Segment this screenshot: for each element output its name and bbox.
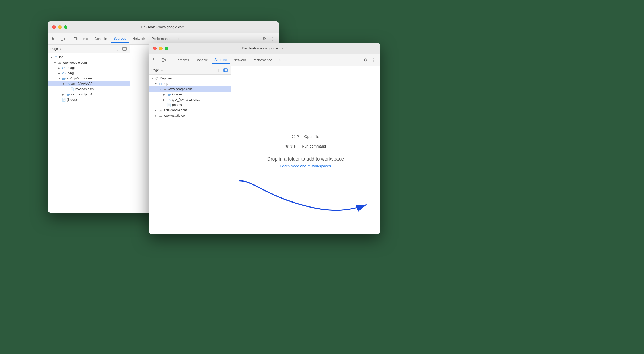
tab-elements-back[interactable]: Elements	[71, 35, 91, 42]
tree-item-top-front[interactable]: ▼ □ top	[149, 81, 231, 86]
toolbar-sep-1-back	[69, 36, 69, 41]
tree-item-google-front[interactable]: ▼ ☁ www.google.com	[149, 86, 231, 92]
toolbar-sep-1-front	[170, 57, 170, 63]
traffic-lights-back	[52, 25, 67, 29]
svg-rect-0	[52, 37, 54, 39]
file-icon-mcdos-back: 📄	[70, 87, 74, 91]
panel-header-front: Page » ⋮	[149, 66, 231, 75]
tree-item-deployed-front[interactable]: ▼ ⬡ Deployed	[149, 76, 231, 81]
tree-item-xjs-back[interactable]: ▼ 🗁 xjs/_/js/k=xjs.s.en...	[48, 76, 130, 81]
title-bar-back: DevTools - www.google.com/	[48, 21, 279, 33]
tree-item-jsbg-back[interactable]: ▶ 🗁 js/bg	[48, 70, 130, 76]
svg-rect-7	[153, 58, 155, 60]
window-title-front: DevTools - www.google.com/	[242, 46, 287, 50]
tab-sources-front[interactable]: Sources	[212, 56, 230, 64]
toolbar-front: Elements Console Sources Network Perform…	[149, 54, 380, 66]
cloud-icon-google-front: ☁	[163, 87, 167, 91]
panel-chevron-back[interactable]: »	[60, 47, 62, 50]
cube-icon-deployed-front: ⬡	[155, 76, 159, 81]
settings-icon-front[interactable]: ⚙	[361, 56, 369, 64]
shortcut-key-1-front: ⌘ P	[292, 134, 299, 139]
panel-more-front[interactable]: ⋮	[215, 68, 221, 73]
tree-item-images-back[interactable]: ▶ 🗁 images	[48, 65, 130, 70]
tab-elements-front[interactable]: Elements	[172, 56, 192, 64]
minimize-button-front[interactable]	[159, 47, 163, 50]
learn-more-link-front[interactable]: Learn more about Workspaces	[280, 164, 331, 168]
devtools-window-front: DevTools - www.google.com/ Elements Cons…	[149, 43, 380, 234]
folder-icon-images-back: 🗁	[62, 66, 66, 70]
panel-sidebar-back[interactable]	[122, 46, 127, 52]
svg-rect-3	[61, 37, 63, 40]
tree-item-gstatic-front[interactable]: ▶ ☁ www.gstatic.com	[149, 113, 231, 118]
folder-icon-am-back: 🗁	[66, 82, 70, 86]
svg-rect-12	[224, 69, 227, 72]
svg-rect-10	[162, 58, 164, 62]
settings-icon-back[interactable]: ⚙	[260, 35, 268, 43]
tab-sources-back[interactable]: Sources	[111, 35, 129, 43]
window-title-back: DevTools - www.google.com/	[141, 25, 186, 29]
tab-performance-back[interactable]: Performance	[149, 35, 174, 42]
panel-title-front: Page	[151, 68, 159, 72]
device-icon-back[interactable]	[59, 35, 66, 43]
tree-item-images-front[interactable]: ▶ 🗁 images	[149, 92, 231, 97]
inspect-icon-back[interactable]	[50, 35, 58, 43]
folder-icon-top-back: □	[54, 55, 58, 59]
tab-network-back[interactable]: Network	[130, 35, 148, 42]
tree-item-ck-back[interactable]: ▶ 🗁 ck=xjs.s.7jyur4...	[48, 92, 130, 97]
tab-performance-front[interactable]: Performance	[250, 56, 275, 64]
maximize-button-back[interactable]	[64, 25, 67, 29]
device-icon-front[interactable]	[160, 56, 167, 64]
tree-item-xjs-front[interactable]: ▶ 🗁 xjs/_/js/k=xjs.s.en...	[149, 97, 231, 102]
more-icon-back[interactable]: ⋮	[269, 35, 276, 43]
panel-title-back: Page	[50, 47, 58, 51]
shortcut-key-2-front: ⌘ ⇧ P	[285, 144, 296, 148]
folder-icon-images-front: 🗁	[167, 92, 171, 96]
inspect-icon-front[interactable]	[151, 56, 159, 64]
tree-item-mcdos-back[interactable]: 📄 m=cdos,hsm...	[48, 86, 130, 92]
folder-icon-top-front: □	[158, 82, 163, 86]
right-panel-front: ⌘ P Open file ⌘ ⇧ P Run command Drop in …	[231, 66, 380, 234]
cloud-icon-apis-front: ☁	[158, 108, 163, 112]
tree-item-index-front[interactable]: 📄 (index)	[149, 102, 231, 108]
shortcut-row-1-front: ⌘ P Open file	[292, 134, 319, 139]
folder-icon-ck-back: 🗁	[66, 92, 70, 96]
tree-item-apis-front[interactable]: ▶ ☁ apis.google.com	[149, 108, 231, 113]
folder-icon-jsbg-back: 🗁	[62, 71, 66, 75]
more-icon-front[interactable]: ⋮	[370, 56, 377, 64]
maximize-button-front[interactable]	[165, 47, 168, 50]
cloud-icon-gstatic-front: ☁	[158, 113, 163, 118]
svg-rect-11	[164, 59, 165, 61]
shortcut-label-1-front: Open file	[304, 134, 319, 139]
panel-sidebar-front[interactable]	[223, 68, 228, 73]
close-button-front[interactable]	[153, 47, 157, 50]
tree-item-index-back[interactable]: 📄 (index)	[48, 97, 130, 102]
file-icon-index-back: 📄	[62, 98, 66, 102]
tree-item-top-back[interactable]: ▼ □ top	[48, 54, 130, 60]
tree-item-am-back[interactable]: ▼ 🗁 am=CAAAAAA...	[48, 81, 130, 86]
tab-more-front[interactable]: »	[276, 56, 283, 64]
editor-area-front: ⌘ P Open file ⌘ ⇧ P Run command Drop in …	[231, 66, 380, 234]
minimize-button-back[interactable]	[58, 25, 62, 29]
file-tree-back: ▼ □ top ▼ ☁ www.google.com ▶ 🗁 images	[48, 53, 130, 213]
panel-more-back[interactable]: ⋮	[115, 46, 120, 52]
main-content-front: Page » ⋮ ▼ ⬡ Deployed	[149, 66, 380, 234]
svg-rect-4	[63, 38, 64, 40]
left-panel-back: Page » ⋮ ▼ □ top ▼	[48, 45, 130, 213]
folder-icon-xjs-back: 🗁	[62, 76, 66, 81]
traffic-lights-front	[153, 47, 168, 50]
tab-console-front[interactable]: Console	[193, 56, 211, 64]
shortcut-row-2-front: ⌘ ⇧ P Run command	[285, 144, 326, 148]
panel-chevron-front[interactable]: »	[161, 69, 163, 72]
tree-item-google-back[interactable]: ▼ ☁ www.google.com	[48, 60, 130, 65]
file-tree-front: ▼ ⬡ Deployed ▼ □ top ▼ ☁ www.google.com	[149, 75, 231, 234]
tab-console-back[interactable]: Console	[92, 35, 110, 42]
tab-more-back[interactable]: »	[175, 35, 182, 42]
svg-rect-5	[123, 47, 126, 50]
drop-zone-text-front: Drop in a folder to add to workspace	[267, 156, 344, 162]
close-button-back[interactable]	[52, 25, 56, 29]
folder-icon-xjs-front: 🗁	[167, 98, 171, 102]
panel-header-back: Page » ⋮	[48, 45, 130, 53]
title-bar-front: DevTools - www.google.com/	[149, 43, 380, 54]
shortcut-label-2-front: Run command	[302, 144, 326, 148]
tab-network-front[interactable]: Network	[231, 56, 249, 64]
